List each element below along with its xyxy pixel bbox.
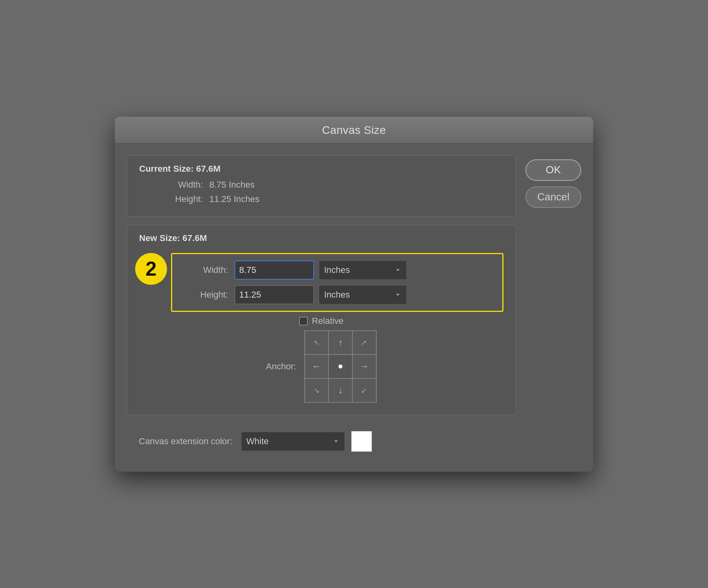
current-width-label: Width: <box>155 180 203 190</box>
anchor-cell-center[interactable] <box>328 355 352 378</box>
new-size-section: New Size: 67.6M 2 Width: Inches Pixels <box>127 225 516 415</box>
relative-checkbox[interactable] <box>299 317 308 325</box>
canvas-ext-label: Canvas extension color: <box>139 436 232 447</box>
cancel-button[interactable]: Cancel <box>525 186 581 208</box>
relative-label: Relative <box>312 316 343 326</box>
current-height-label: Height: <box>155 194 203 204</box>
width-unit-select[interactable]: Inches Pixels Centimeters Millimeters Po… <box>319 261 407 280</box>
canvas-ext-select[interactable]: White Foreground Background Black Gray O… <box>241 432 345 451</box>
anchor-grid: ↑ ↑ ↑ ← <box>304 330 377 403</box>
dialog-titlebar: Canvas Size <box>115 117 593 143</box>
dialog-title: Canvas Size <box>124 124 584 137</box>
width-field-row: Width: Inches Pixels Centimeters Millime… <box>180 261 494 280</box>
height-field-row: Height: Inches Pixels Centimeters Millim… <box>180 285 494 304</box>
new-size-label: New Size: 67.6M <box>139 233 503 243</box>
height-unit-select[interactable]: Inches Pixels Centimeters Millimeters Po… <box>319 285 407 304</box>
relative-row: Relative <box>139 316 503 326</box>
width-input[interactable] <box>234 261 314 280</box>
dialog-actions: OK Cancel <box>525 155 581 460</box>
anchor-cell-e[interactable]: → <box>352 355 376 378</box>
current-width-row: Width: 8.75 Inches <box>139 180 503 190</box>
new-width-label: Width: <box>180 265 228 275</box>
anchor-label: Anchor: <box>266 361 296 372</box>
highlight-box: Width: Inches Pixels Centimeters Millime… <box>171 253 503 312</box>
ok-button[interactable]: OK <box>525 159 581 181</box>
current-height-row: Height: 11.25 Inches <box>139 194 503 204</box>
anchor-center-dot <box>338 365 342 368</box>
anchor-cell-w[interactable]: ← <box>305 355 328 378</box>
current-width-value: 8.75 Inches <box>209 180 255 190</box>
anchor-cell-se[interactable]: ↓ <box>352 378 376 402</box>
dialog-body: Current Size: 67.6M Width: 8.75 Inches H… <box>115 143 593 472</box>
current-height-value: 11.25 Inches <box>209 194 260 204</box>
dialog-main: Current Size: 67.6M Width: 8.75 Inches H… <box>127 155 516 460</box>
anchor-cell-s[interactable]: ↓ <box>328 378 352 402</box>
step-badge: 2 <box>135 253 167 285</box>
current-size-label: Current Size: 67.6M <box>139 164 503 174</box>
anchor-section: Anchor: ↑ ↑ ↑ ← <box>139 330 503 403</box>
canvas-size-dialog: Canvas Size Current Size: 67.6M Width: 8… <box>115 117 593 472</box>
anchor-cell-n[interactable]: ↑ <box>328 331 352 355</box>
anchor-cell-nw[interactable]: ↑ <box>305 331 328 355</box>
new-height-label: Height: <box>180 290 228 300</box>
height-input[interactable] <box>234 285 314 304</box>
anchor-cell-ne[interactable]: ↑ <box>352 331 376 355</box>
step-area: 2 Width: Inches Pixels Centimeters Milli… <box>139 249 503 312</box>
canvas-ext-row: Canvas extension color: White Foreground… <box>127 423 516 460</box>
anchor-cell-sw[interactable]: ↓ <box>305 378 328 402</box>
current-size-section: Current Size: 67.6M Width: 8.75 Inches H… <box>127 155 516 217</box>
canvas-color-swatch[interactable] <box>351 431 372 452</box>
